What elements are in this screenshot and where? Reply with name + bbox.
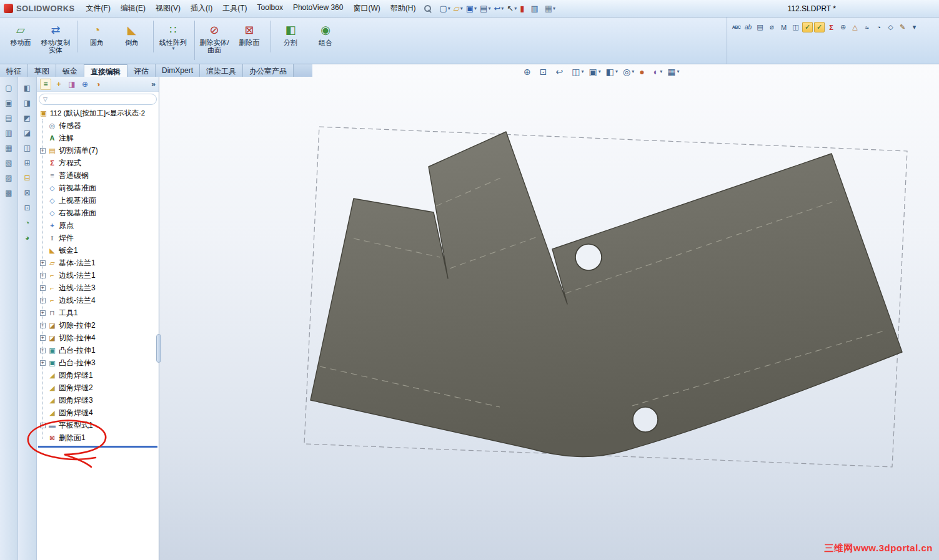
left-toolbar-icon[interactable]: ▢ xyxy=(3,82,15,94)
pin-icon[interactable] xyxy=(424,4,432,14)
left-toolbar-icon[interactable]: ◪ xyxy=(21,127,33,139)
toolbar-button[interactable]: ∷ 线性阵列 ▾ xyxy=(153,21,190,52)
left-toolbar-icon[interactable]: ◔ xyxy=(21,217,33,228)
deviation-analysis-icon[interactable]: △ xyxy=(850,22,860,32)
menu-item[interactable]: PhotoView 360 xyxy=(288,2,349,15)
commandmanager-tab[interactable]: 直接编辑 xyxy=(84,64,127,77)
edit-icon[interactable]: ✎ xyxy=(897,22,908,32)
rollback-bar[interactable] xyxy=(38,446,157,448)
toolbar-button[interactable]: ⊠ 删除面 ▾ xyxy=(232,21,266,52)
commandmanager-tab[interactable]: 特征 xyxy=(0,64,28,77)
left-toolbar-icon[interactable]: ▣ xyxy=(3,97,15,109)
tree-item[interactable]: + 焊件 xyxy=(37,232,159,244)
graphics-area[interactable] xyxy=(159,64,939,560)
tree-item[interactable]: + 前视基准面 xyxy=(37,182,159,194)
tree-item[interactable]: + 钣金1 xyxy=(37,244,159,257)
undo-icon[interactable]: ↩ ▾ xyxy=(492,4,505,14)
featuremanager-tab-icon[interactable]: ≡ xyxy=(40,79,51,90)
toolbar-button[interactable]: ◣ 倒角 ▾ xyxy=(115,21,149,52)
menu-item[interactable]: 帮助(H) xyxy=(385,2,421,15)
expand-plus-icon[interactable]: + xyxy=(40,285,46,291)
file-properties-icon[interactable]: ▥ ▾ xyxy=(529,4,542,14)
equations-icon[interactable]: Σ xyxy=(826,22,837,32)
zebra-stripes-icon[interactable]: ≈ xyxy=(862,22,872,32)
commandmanager-tab[interactable]: 草图 xyxy=(28,64,56,77)
commandmanager-tab[interactable]: 钣金 xyxy=(56,64,84,77)
rebuild-icon[interactable]: ▮ ▾ xyxy=(519,4,529,14)
left-toolbar-icon[interactable]: ⊠ xyxy=(21,187,33,199)
displaymanager-tab-icon[interactable]: ◑ xyxy=(92,79,104,90)
tree-item[interactable]: + 切除-拉伸4 xyxy=(37,332,159,344)
expand-plus-icon[interactable]: + xyxy=(40,323,46,328)
left-toolbar-icon[interactable]: ▨ xyxy=(3,172,15,184)
expand-plus-icon[interactable]: + xyxy=(40,273,46,278)
section-properties-icon[interactable]: ◫ xyxy=(790,22,801,32)
options-icon[interactable]: ▦ ▾ xyxy=(544,4,557,14)
commandmanager-tab[interactable]: 渲染工具 xyxy=(200,64,243,77)
left-toolbar-icon[interactable]: ⊡ xyxy=(21,202,33,214)
expand-plus-icon[interactable]: + xyxy=(40,310,46,316)
section-view-icon[interactable]: ◫ ▾ xyxy=(572,67,584,77)
menu-item[interactable]: 窗口(W) xyxy=(348,2,385,15)
left-toolbar-icon[interactable]: ◫ xyxy=(21,142,33,154)
open-icon[interactable]: ▱ ▾ xyxy=(452,4,464,14)
display-style-icon[interactable]: ◧ ▾ xyxy=(606,67,618,77)
toolbar-button[interactable]: ◔ 圆角 ▾ xyxy=(77,21,114,52)
curvature-icon[interactable]: ◔ xyxy=(873,22,884,32)
left-toolbar-icon[interactable]: ⊟ xyxy=(21,172,33,184)
left-toolbar-icon[interactable]: ▧ xyxy=(3,157,15,169)
design-binder-icon[interactable]: ▤ xyxy=(755,22,765,32)
tree-item[interactable]: + 圆角焊缝4 xyxy=(37,406,159,419)
dropdown-arrow-icon[interactable]: ▾ xyxy=(599,69,601,74)
left-toolbar-icon[interactable]: ◨ xyxy=(21,97,33,109)
tree-item[interactable]: + 注解 xyxy=(37,132,159,144)
import-diagnostics-icon[interactable]: ⊕ xyxy=(838,22,848,32)
expand-plus-icon[interactable]: + xyxy=(40,360,46,366)
view-settings-icon[interactable]: ▦ ▾ xyxy=(667,67,679,77)
tree-item[interactable]: + 基体-法兰1 xyxy=(37,257,159,269)
edit-appearance-icon[interactable]: ● ▾ xyxy=(639,67,648,77)
commandmanager-tab[interactable]: DimXpert xyxy=(156,64,200,77)
previous-view-icon[interactable]: ↩ ▾ xyxy=(556,67,567,77)
apply-scene-icon[interactable]: ◐ ▾ xyxy=(653,67,662,77)
tree-item[interactable]: + 边线-法兰3 xyxy=(37,282,159,294)
expand-plus-icon[interactable]: + xyxy=(40,260,46,266)
tree-item[interactable]: + 方程式 xyxy=(37,157,159,169)
zoom-area-icon[interactable]: ⊡ ▾ xyxy=(540,67,551,77)
propertymanager-tab-icon[interactable]: + xyxy=(53,79,64,90)
check-icon[interactable]: ✓ xyxy=(802,22,813,32)
expand-plus-icon[interactable]: + xyxy=(40,423,46,428)
dropdown-arrow-icon[interactable]: ▾ xyxy=(632,69,634,74)
expand-plus-icon[interactable]: + xyxy=(40,335,46,341)
mass-properties-icon[interactable]: M xyxy=(778,22,789,32)
tree-filter-input[interactable] xyxy=(50,95,152,104)
panel-splitter[interactable] xyxy=(156,334,161,363)
tree-item[interactable]: + 普通碳钢 xyxy=(37,169,159,182)
expand-plus-icon[interactable]: + xyxy=(40,148,46,154)
configurationmanager-tab-icon[interactable]: ◨ xyxy=(66,79,77,90)
toolbar-button[interactable]: ◧ 分割 ▾ xyxy=(271,21,307,52)
tree-item[interactable]: + 圆角焊缝2 xyxy=(37,381,159,394)
dropdown-arrow-icon[interactable]: ▾ xyxy=(488,6,490,11)
dropdown-arrow-icon[interactable]: ▾ xyxy=(172,46,174,51)
tree-item[interactable]: + 边线-法兰1 xyxy=(37,269,159,282)
dropdown-arrow-icon[interactable]: ▾ xyxy=(553,6,555,11)
hole[interactable] xyxy=(575,244,602,270)
print-icon[interactable]: ▤ ▾ xyxy=(479,4,492,14)
toolbar-button[interactable]: ◉ 组合 ▾ xyxy=(309,21,342,52)
left-toolbar-icon[interactable]: ⊞ xyxy=(21,157,33,169)
dimxpertmanager-tab-icon[interactable]: ⊕ xyxy=(79,79,91,90)
hide-show-items-icon[interactable]: ◎ ▾ xyxy=(623,67,634,77)
toolbar-button[interactable]: ⇄ 移动/复制实体 ▾ xyxy=(39,21,72,60)
part-body[interactable] xyxy=(311,132,902,457)
left-toolbar-icon[interactable]: ◩ xyxy=(21,112,33,124)
left-toolbar-icon[interactable]: ◧ xyxy=(21,82,33,94)
tree-item[interactable]: + 删除面1 xyxy=(37,431,159,444)
select-icon[interactable]: ↖ ▾ xyxy=(505,4,518,14)
left-toolbar-icon[interactable]: ▤ xyxy=(3,112,15,124)
expand-chevron-icon[interactable]: » xyxy=(151,80,156,89)
toolbar-button[interactable]: ▱ 移动面 ▾ xyxy=(4,21,37,52)
toolbar-button[interactable]: ⊘ 删除实体/曲面 ▾ xyxy=(194,21,231,60)
tree-item[interactable]: + 工具1 xyxy=(37,307,159,319)
menu-item[interactable]: 编辑(E) xyxy=(116,2,151,15)
